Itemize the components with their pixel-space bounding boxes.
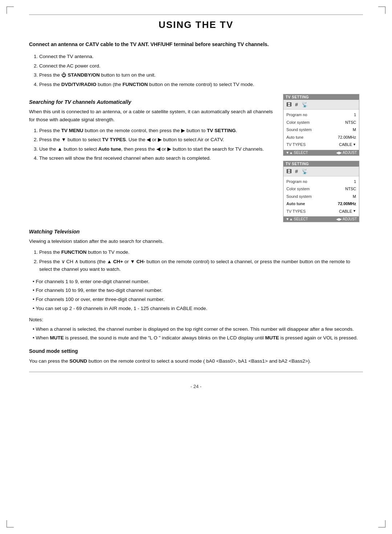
notes-section: Notes: When a channel is selected, the c… — [29, 316, 363, 342]
tv-icon-grid-2: # — [295, 168, 298, 174]
searching-steps-list: Press the TV MENU button on the remote c… — [39, 127, 274, 162]
searching-step-2: Press the ▼ button to select TV TYPES. U… — [39, 136, 274, 144]
corner-mark-br — [378, 520, 385, 527]
tv-panel-1-row-program: Program no 1 — [286, 111, 356, 119]
searching-description: When this unit is connected to an antenn… — [29, 108, 274, 123]
tv-panel-1-footer: ▼▲ SELECT ◀▶ ADJUST — [283, 150, 359, 155]
tv-panels: TV SETTING 🎞 # 📡 Program no 1 Color syst… — [283, 94, 363, 222]
watching-bullets-list: For channels 1 to 9, enter one-digit cha… — [33, 278, 363, 312]
searching-title: Searching for TV channels Automatically — [29, 99, 274, 105]
tv-panel-2-cable-text: CABLE — [339, 208, 352, 215]
watching-bullet-1: For channels 1 to 9, enter one-digit cha… — [33, 278, 363, 286]
searching-main-content: Searching for TV channels Automatically … — [29, 93, 274, 222]
watching-description: Viewing a television station after the a… — [29, 237, 363, 245]
tv-panel-2-row-color: Color system NTSC — [286, 185, 356, 193]
sound-mode-title: Sound mode setting — [29, 347, 363, 355]
searching-step-3: Use the ▲ button to select Auto tune, th… — [39, 145, 274, 153]
intro-step-2: Connect the AC power cord. — [39, 62, 363, 70]
tv-panel-2-row-tvtypes: TV TYPES CABLE ▼ — [286, 208, 356, 215]
watching-step-1: Press the FUNCTION button to TV mode. — [39, 248, 363, 256]
tv-panel-2-row-program: Program no 1 — [286, 178, 356, 186]
corner-mark-tr — [378, 7, 385, 14]
tv-panel-2-row-sound: Sound system M — [286, 193, 356, 200]
tv-panel-1-row-tvtypes: TV TYPES CABLE ▼ — [286, 141, 356, 148]
sound-mode-section: Sound mode setting You can press the SOU… — [29, 347, 363, 365]
tv-icon-antenna-2: 📡 — [302, 168, 308, 174]
tv-panel-2-body: Program no 1 Color system NTSC Sound sys… — [283, 176, 359, 217]
watching-section: Watching Television Viewing a television… — [29, 229, 363, 312]
tv-panel-1-row-autotune: Auto tune 72.00MHz — [286, 134, 356, 141]
tv-panel-1-icons: 🎞 # 📡 — [283, 100, 359, 110]
corner-mark-bl — [7, 520, 14, 527]
watching-steps-list: Press the FUNCTION button to TV mode. Pr… — [39, 248, 363, 273]
intro-step-3: Press the ⏻ STANDBY/ON button to turn on… — [39, 71, 363, 79]
watching-bullet-3: For channels 100 or over, enter three-di… — [33, 295, 363, 303]
tv-panel-2-icons: 🎞 # 📡 — [283, 167, 359, 176]
tv-panel-1-row-color: Color system NTSC — [286, 119, 356, 126]
notes-label: Notes: — [29, 316, 363, 324]
tv-panel-1: TV SETTING 🎞 # 📡 Program no 1 Color syst… — [283, 94, 359, 156]
tv-panel-2-footer-right: ◀▶ ADJUST — [336, 217, 357, 221]
tv-panel-1-footer-left: ▼▲ SELECT — [286, 151, 308, 155]
notes-list: When a channel is selected, the channel … — [33, 325, 363, 342]
tv-icon-grid: # — [295, 102, 298, 107]
intro-step-4: Press the DVD/TV/RADIO button (the FUNCT… — [39, 81, 363, 89]
tv-panel-1-cable-arrow: ▼ — [353, 142, 356, 147]
page-number: - 24 - — [29, 383, 363, 391]
tv-panel-2-cable-arrow: ▼ — [353, 209, 356, 214]
notes-item-1: When a channel is selected, the channel … — [33, 325, 363, 333]
tv-icon-camera: 🎞 — [286, 102, 291, 107]
section-intro-heading: Connect an antenna or CATV cable to the … — [29, 41, 363, 48]
searching-step-1: Press the TV MENU button on the remote c… — [39, 127, 274, 135]
tv-icon-antenna: 📡 — [302, 102, 308, 107]
corner-mark-tl — [7, 7, 14, 14]
tv-panel-2-header: TV SETTING — [283, 161, 359, 167]
watching-title: Watching Television — [29, 229, 363, 235]
tv-panel-1-cable-text: CABLE — [339, 142, 352, 148]
watching-bullet-4: You can set up 2 - 69 channels in AIR mo… — [33, 305, 363, 313]
searching-step-4: The screen will show the first received … — [39, 154, 274, 162]
intro-steps-list: Connect the TV antenna. Connect the AC p… — [39, 53, 363, 88]
tv-panel-2-footer-left: ▼▲ SELECT — [286, 217, 308, 221]
sound-mode-description: You can press the SOUND button on the re… — [29, 357, 363, 365]
tv-panel-1-body: Program no 1 Color system NTSC Sound sys… — [283, 110, 359, 150]
tv-panel-2-row-autotune: Auto tune 72.00MHz — [286, 200, 356, 208]
searching-section: Searching for TV channels Automatically … — [29, 93, 363, 222]
bottom-rule — [29, 372, 363, 372]
tv-panel-1-header: TV SETTING — [283, 94, 359, 100]
tv-panel-1-row-sound: Sound system M — [286, 126, 356, 134]
tv-panel-1-footer-right: ◀▶ ADJUST — [336, 151, 357, 155]
page-title: USING THE TV — [29, 19, 363, 30]
top-rule — [29, 15, 363, 15]
intro-step-1: Connect the TV antenna. — [39, 53, 363, 61]
watching-step-2: Press the ∨ CH ∧ buttons (the ▲ CH+ or ▼… — [39, 258, 363, 273]
tv-panel-2: TV SETTING 🎞 # 📡 Program no 1 Color syst… — [283, 161, 359, 223]
tv-panel-2-footer: ▼▲ SELECT ◀▶ ADJUST — [283, 216, 359, 222]
notes-item-2: When MUTE is pressed, the sound is mute … — [33, 334, 363, 342]
watching-bullet-2: For channels 10 to 99, enter the two-dig… — [33, 286, 363, 294]
tv-icon-camera-2: 🎞 — [286, 168, 291, 174]
